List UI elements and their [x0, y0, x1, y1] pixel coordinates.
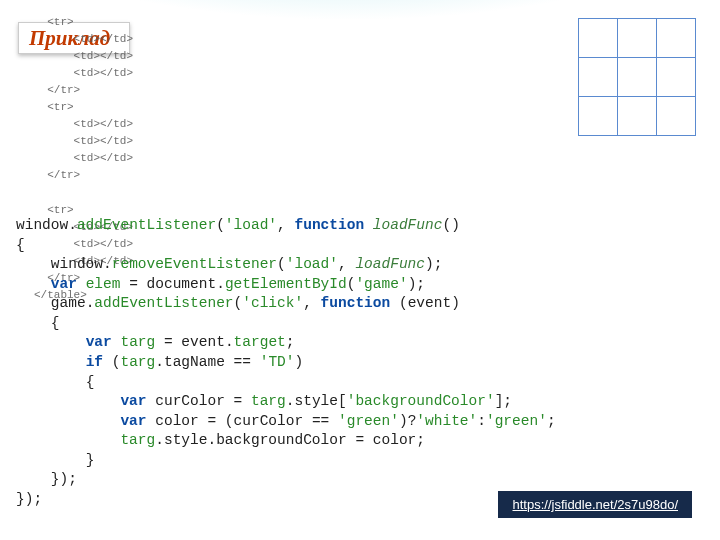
- tok: var: [51, 276, 77, 292]
- tok: ;: [434, 256, 443, 272]
- jsfiddle-link[interactable]: https://jsfiddle.net/2s7u98do/: [498, 491, 692, 518]
- grid-cell: [657, 19, 696, 58]
- tok: 'load': [286, 256, 338, 272]
- grid-row: [579, 58, 696, 97]
- tok: ): [451, 295, 460, 311]
- tok: (: [216, 217, 225, 233]
- tok: [: [338, 393, 347, 409]
- grid-cell: [579, 97, 618, 136]
- tok: window: [51, 256, 103, 272]
- tok: ,: [338, 256, 347, 272]
- tok: });: [16, 491, 42, 507]
- tok: (: [225, 413, 234, 429]
- tok: tagName: [164, 354, 225, 370]
- tok: =: [207, 413, 216, 429]
- tok: removeEventListener: [112, 256, 277, 272]
- tok: curColor: [234, 413, 304, 429]
- tok: targ: [120, 334, 155, 350]
- tok: .: [225, 334, 234, 350]
- tok: =: [355, 432, 364, 448]
- tok: ;: [503, 393, 512, 409]
- grid-cell: [657, 97, 696, 136]
- tok: 'green': [486, 413, 547, 429]
- tok: 'white': [416, 413, 477, 429]
- tok: event: [181, 334, 225, 350]
- grid-row: [579, 97, 696, 136]
- tok: =: [164, 334, 173, 350]
- tok: var: [86, 334, 112, 350]
- grid-cell: [579, 58, 618, 97]
- tok: 'TD': [260, 354, 295, 370]
- tok: 'backgroundColor': [347, 393, 495, 409]
- tok: curColor: [155, 393, 225, 409]
- tok: style: [164, 432, 208, 448]
- link-text: https://jsfiddle.net/2s7u98do/: [512, 497, 678, 512]
- tok: getElementById: [225, 276, 347, 292]
- tok: backgroundColor: [216, 432, 347, 448]
- tok: ==: [312, 413, 329, 429]
- tok: target: [234, 334, 286, 350]
- tok: ==: [234, 354, 251, 370]
- tok: ;: [416, 276, 425, 292]
- tok: {: [16, 237, 25, 253]
- tok: });: [51, 471, 77, 487]
- tok: function: [321, 295, 391, 311]
- grid-cell: [579, 19, 618, 58]
- tok: function: [294, 217, 364, 233]
- tok: var: [120, 393, 146, 409]
- tok: (: [399, 295, 408, 311]
- tok: .: [68, 217, 77, 233]
- tok: ;: [547, 413, 556, 429]
- js-code-block: window.addEventListener('load', function…: [16, 216, 556, 509]
- tok: addEventListener: [94, 295, 233, 311]
- grid-demo-table: [578, 18, 696, 136]
- tok: =: [129, 276, 138, 292]
- tok: .: [216, 276, 225, 292]
- tok: :: [477, 413, 486, 429]
- tok: ): [425, 256, 434, 272]
- tok: ): [295, 354, 304, 370]
- tok: addEventListener: [77, 217, 216, 233]
- tok: window: [16, 217, 68, 233]
- tok: style: [294, 393, 338, 409]
- tok: .: [155, 354, 164, 370]
- grid-cell: [618, 58, 657, 97]
- tok: .: [155, 432, 164, 448]
- tok: ,: [277, 217, 286, 233]
- tok: (: [234, 295, 243, 311]
- tok: 'green': [338, 413, 399, 429]
- tok: 'load': [225, 217, 277, 233]
- tok: (: [277, 256, 286, 272]
- grid-cell: [618, 97, 657, 136]
- tok: {: [86, 374, 95, 390]
- tok: targ: [120, 354, 155, 370]
- tok: {: [51, 315, 60, 331]
- tok: elem: [86, 276, 121, 292]
- tok: color: [155, 413, 199, 429]
- tok: ;: [286, 334, 295, 350]
- tok: event: [408, 295, 452, 311]
- tok: ): [399, 413, 408, 429]
- tok: loadFunc: [355, 256, 425, 272]
- tok: (): [442, 217, 459, 233]
- tok: =: [234, 393, 243, 409]
- tok: .: [103, 256, 112, 272]
- tok: 'click': [242, 295, 303, 311]
- tok: }: [86, 452, 95, 468]
- tok: targ: [120, 432, 155, 448]
- tok: var: [120, 413, 146, 429]
- tok: document: [147, 276, 217, 292]
- tok: targ: [251, 393, 286, 409]
- grid-row: [579, 19, 696, 58]
- tok: .: [207, 432, 216, 448]
- tok: ;: [416, 432, 425, 448]
- tok: 'game': [355, 276, 407, 292]
- tok: ,: [303, 295, 312, 311]
- tok: if: [86, 354, 103, 370]
- grid-cell: [618, 19, 657, 58]
- tok: game: [51, 295, 86, 311]
- grid-cell: [657, 58, 696, 97]
- tok: loadFunc: [373, 217, 443, 233]
- tok: color: [373, 432, 417, 448]
